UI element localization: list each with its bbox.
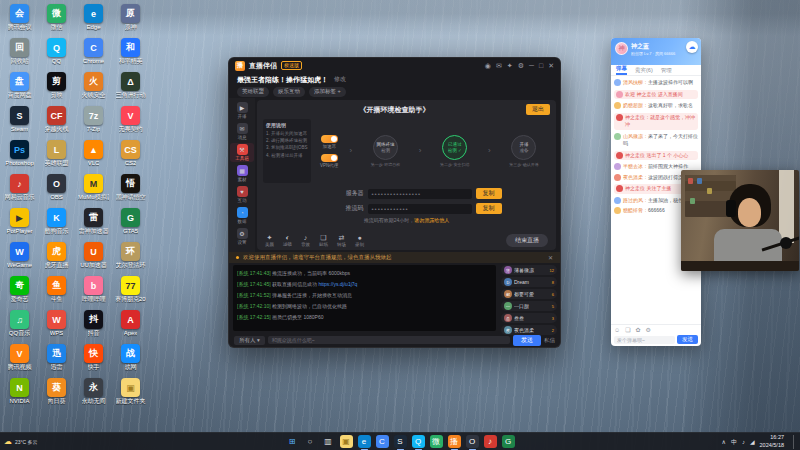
sidebar-item-tool[interactable]: ▦素材: [230, 164, 254, 183]
edge-icon[interactable]: e: [358, 435, 371, 448]
desktop-icon[interactable]: eEdge: [78, 4, 109, 38]
dm-link[interactable]: 私信: [544, 337, 555, 344]
desktop-icon[interactable]: 奇爱奇艺: [4, 276, 35, 310]
toolbar-item[interactable]: ❏贴纸: [319, 234, 328, 247]
desktop-icon[interactable]: K酷狗音乐: [41, 208, 72, 242]
gift-icon[interactable]: ✿: [636, 327, 641, 333]
desktop-icon[interactable]: 剪剪映: [41, 72, 72, 106]
desktop-icon[interactable]: AApex: [115, 310, 146, 344]
desktop-icon[interactable]: WWPS: [41, 310, 72, 344]
close-icon[interactable]: ✕: [548, 62, 554, 69]
network-icon[interactable]: ◢: [750, 439, 755, 445]
skin-icon[interactable]: ✦: [507, 62, 513, 69]
desktop-icon[interactable]: ▣新建文件夹: [115, 378, 146, 412]
explorer-icon[interactable]: ▣: [340, 435, 353, 448]
desktop-icon[interactable]: V无畏契约: [115, 106, 146, 140]
desktop-icon[interactable]: V腾讯视频: [4, 344, 35, 378]
desktop-icon[interactable]: GGTA5: [115, 208, 146, 242]
obs-icon[interactable]: O: [466, 435, 479, 448]
netease-music-icon[interactable]: ♪: [484, 435, 497, 448]
viewer-row[interactable]: 叁叁叁3: [501, 313, 557, 323]
sidebar-item-tool[interactable]: ◔数据: [230, 206, 254, 225]
task-view-icon[interactable]: ▥: [322, 435, 335, 448]
desktop-icon[interactable]: UUU加速器: [78, 242, 109, 276]
edit-title-button[interactable]: 修改: [334, 75, 346, 84]
danmaku-tab[interactable]: 管理: [661, 67, 672, 75]
desktop-icon[interactable]: 会腾讯会议: [4, 4, 35, 38]
message-icon[interactable]: ✉: [496, 62, 502, 69]
desktop-icon[interactable]: L英雄联盟: [41, 140, 72, 174]
show-desktop-button[interactable]: [793, 435, 796, 449]
copy-button[interactable]: 复制: [476, 188, 502, 199]
viewer-row[interactable]: DDream8: [501, 277, 557, 287]
desktop-icon[interactable]: 和和平精英: [115, 38, 146, 72]
desktop-icon[interactable]: 微微信: [41, 4, 72, 38]
emoji-icon[interactable]: ☺: [614, 327, 620, 333]
desktop-icon[interactable]: CChrome: [78, 38, 109, 72]
user-icon[interactable]: ◉: [485, 62, 491, 69]
desktop-icon[interactable]: 77赛博朋克2077: [115, 276, 146, 310]
danmaku-send-button[interactable]: 发送: [677, 335, 698, 344]
desktop-icon[interactable]: 回回收站: [4, 38, 35, 72]
room-tag[interactable]: 娱乐互动: [273, 87, 305, 96]
danmaku-tab[interactable]: 贵宾(6): [635, 67, 653, 75]
search-icon[interactable]: ○: [304, 435, 317, 448]
toolbar-item[interactable]: ◐滤镜: [283, 234, 292, 247]
toolbar-item[interactable]: ✦美颜: [265, 234, 274, 247]
tray-expand-icon[interactable]: ∧: [722, 439, 726, 445]
desktop-icon[interactable]: WWeGame: [4, 242, 35, 276]
weather-widget[interactable]: ☁ 23°C 多云: [4, 438, 154, 446]
desktop-icon[interactable]: 雷雷神加速器: [78, 208, 109, 242]
toolbar-item[interactable]: ●录制: [355, 234, 364, 247]
desktop-icon[interactable]: ♪网易云音乐: [4, 174, 35, 208]
cloud-sync-icon[interactable]: ☁: [686, 41, 698, 53]
sidebar-item-active[interactable]: ⚒工具箱: [230, 143, 254, 162]
desktop-icon[interactable]: 火火绒安全: [78, 72, 109, 106]
desktop-icon[interactable]: 虎虎牙直播: [41, 242, 72, 276]
desktop-icon[interactable]: PsPhotoshop: [4, 140, 35, 174]
desktop-icon[interactable]: NNVIDIA: [4, 378, 35, 412]
desktop-icon[interactable]: 鱼斗鱼: [41, 276, 72, 310]
sidebar-item-tool[interactable]: ♥互动: [230, 185, 254, 204]
desktop-icon[interactable]: QQQ: [41, 38, 72, 72]
start-button[interactable]: ⊞: [286, 435, 299, 448]
end-live-button[interactable]: 结束直播: [506, 234, 548, 247]
desktop-icon[interactable]: 葵向日葵: [41, 378, 72, 412]
desktop-icon[interactable]: MMuMu模拟器: [78, 174, 109, 208]
desktop-icon[interactable]: ▲VLC: [78, 140, 109, 174]
ime-indicator[interactable]: 中: [731, 439, 737, 445]
desktop-icon[interactable]: 永永劫无间: [78, 378, 109, 412]
sidebar-item-tool[interactable]: ⚙设置: [230, 227, 254, 246]
minimize-icon[interactable]: ─: [529, 62, 534, 69]
exit-button[interactable]: 退出: [526, 104, 550, 115]
desktop-icon[interactable]: 盘百度网盘: [4, 72, 35, 106]
image-icon[interactable]: ❏: [625, 327, 630, 333]
viewer-row[interactable]: 都都要可爱6: [501, 289, 557, 299]
desktop-icon[interactable]: 迅迅雷: [41, 344, 72, 378]
desktop-icon[interactable]: 快快手: [78, 344, 109, 378]
danmaku-input[interactable]: 发个弹幕呗~: [614, 336, 675, 344]
send-button[interactable]: 发送: [513, 335, 541, 346]
wechat-icon[interactable]: 微: [430, 435, 443, 448]
notice-close-icon[interactable]: ✕: [548, 254, 553, 261]
viewer-row[interactable]: 薄薄暮微凉12: [501, 265, 557, 275]
field-value[interactable]: ••••••••••••: [368, 204, 472, 214]
desktop-icon[interactable]: OOBS: [41, 174, 72, 208]
game-icon[interactable]: G: [502, 435, 515, 448]
toggle-switch[interactable]: [321, 154, 338, 162]
room-tag[interactable]: 英雄联盟: [237, 87, 269, 96]
desktop-icon[interactable]: 原原神: [115, 4, 146, 38]
chrome-icon[interactable]: C: [376, 435, 389, 448]
desktop-icon[interactable]: SSteam: [4, 106, 35, 140]
copy-button[interactable]: 复制: [476, 203, 502, 214]
danmaku-tab[interactable]: 弹幕: [616, 65, 627, 75]
audience-select[interactable]: 所有人 ▾: [234, 336, 265, 345]
desktop-icon[interactable]: ♫QQ音乐: [4, 310, 35, 344]
room-tag[interactable]: 添加标签 +: [309, 87, 346, 96]
desktop-icon[interactable]: CSCS2: [115, 140, 146, 174]
settings-icon[interactable]: ⚙: [646, 327, 651, 333]
desktop-icon[interactable]: b哔哩哔哩: [78, 276, 109, 310]
taskbar-clock[interactable]: 16:27 2024/5/18: [760, 434, 784, 448]
message-input[interactable]: 和观众说点什么吧~: [268, 336, 510, 344]
desktop-icon[interactable]: 7z7-Zip: [78, 106, 109, 140]
